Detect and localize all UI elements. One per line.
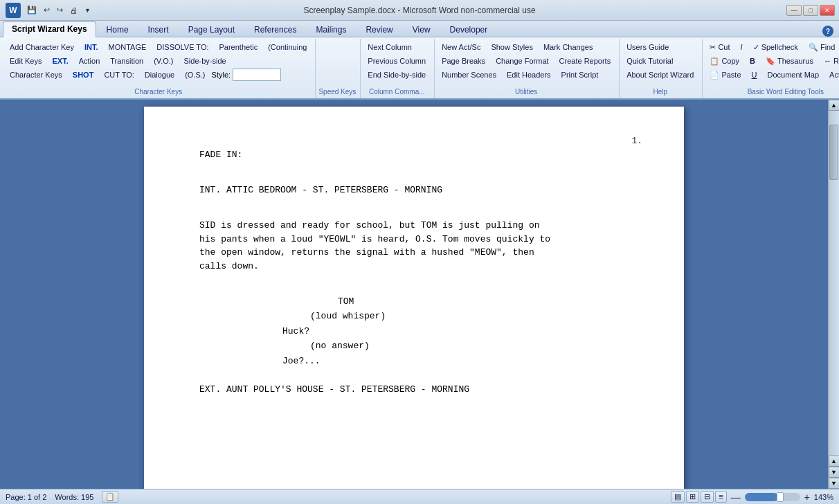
new-act-sc-button[interactable]: New Act/Sc xyxy=(437,42,485,53)
minimize-button[interactable]: — xyxy=(786,5,802,16)
copy-button[interactable]: 📋 Copy xyxy=(705,55,743,67)
scroll-bottom-buttons: ▲ ▼ ▼ xyxy=(829,456,840,489)
about-script-wizard-button[interactable]: About Script Wizard xyxy=(622,69,698,80)
print-script-button[interactable]: Print Script xyxy=(557,69,603,80)
end-side-by-side-button[interactable]: End Side-by-side xyxy=(363,69,430,80)
quick-tutorial-button[interactable]: Quick Tutorial xyxy=(622,55,677,66)
action-paragraph-1: SID is dressed and ready for school, but… xyxy=(199,219,559,273)
main-area: 1. FADE IN: INT. ATTIC BEDROOM - ST. PET… xyxy=(0,100,839,489)
action-ribbon-button[interactable]: Action xyxy=(825,69,839,80)
tab-view[interactable]: View xyxy=(404,22,440,37)
paste-button[interactable]: 📄 Paste xyxy=(705,69,745,81)
outline-button[interactable]: ≡ xyxy=(715,491,726,503)
dialogue-2: Joe?... xyxy=(282,354,476,368)
page-breaks-button[interactable]: Page Breaks xyxy=(437,55,489,66)
window-controls: — □ ✕ xyxy=(786,5,835,16)
scroll-page-up-button[interactable]: ▲ xyxy=(829,456,840,467)
close-button[interactable]: ✕ xyxy=(820,5,835,16)
montage-button[interactable]: MONTAGE xyxy=(105,42,151,53)
web-layout-button[interactable]: ⊟ xyxy=(701,491,714,503)
ext-button[interactable]: EXT. xyxy=(48,55,72,66)
cut-to-button[interactable]: CUT TO: xyxy=(100,69,138,80)
document-area[interactable]: 1. FADE IN: INT. ATTIC BEDROOM - ST. PET… xyxy=(0,100,828,489)
users-guide-button[interactable]: Users Guide xyxy=(622,42,673,53)
tab-home[interactable]: Home xyxy=(98,22,138,37)
ribbon-row-1: Add Character Key INT. MONTAGE DISSOLVE … xyxy=(6,40,311,54)
create-reports-button[interactable]: Create Reports xyxy=(555,55,615,66)
help-button[interactable]: ? xyxy=(822,26,833,37)
zoom-thumb[interactable] xyxy=(777,492,784,502)
os-button[interactable]: (O.S.) xyxy=(181,69,209,80)
bold-button[interactable]: B xyxy=(746,55,759,66)
cut-button[interactable]: ✂ Cut xyxy=(705,42,734,53)
edit-keys-button[interactable]: Edit Keys xyxy=(6,55,46,66)
tab-page-layout[interactable]: Page Layout xyxy=(179,22,244,37)
status-icon-button[interactable]: 📋 xyxy=(102,491,118,503)
number-scenes-button[interactable]: Number Scenes xyxy=(437,69,500,80)
tab-script-wizard-keys[interactable]: Script Wizard Keys xyxy=(3,21,96,37)
dialogue-button[interactable]: Dialogue xyxy=(141,69,179,80)
parenthetic-button[interactable]: Parenthetic xyxy=(215,42,262,53)
transition-button[interactable]: Transition xyxy=(106,55,147,66)
spellcheck-button[interactable]: I xyxy=(737,42,747,53)
basic-word-group-label: Basic Word Editing Tools xyxy=(705,87,839,97)
document-map-button[interactable]: Document Map xyxy=(764,69,824,80)
character-keys-button[interactable]: Character Keys xyxy=(6,69,66,80)
help-row-3: About Script Wizard xyxy=(622,68,698,82)
title-bar: W 💾 ↩ ↪ 🖨 ▼ Screenplay Sample.docx - Mic… xyxy=(0,0,839,21)
next-column-button[interactable]: Next Column xyxy=(363,42,416,53)
scrollbar-thumb[interactable] xyxy=(829,125,838,180)
parenthetical-1: (loud whisper) xyxy=(310,309,629,323)
zoom-slider[interactable] xyxy=(745,493,800,501)
character-keys-group-label: Character Keys xyxy=(6,87,311,97)
underline-button[interactable]: U xyxy=(748,69,761,80)
replace-button[interactable]: ↔ Replace xyxy=(820,55,839,66)
int-button[interactable]: INT. xyxy=(80,42,102,53)
restore-button[interactable]: □ xyxy=(803,5,818,16)
edit-headers-button[interactable]: Edit Headers xyxy=(503,69,555,80)
full-screen-button[interactable]: ⊞ xyxy=(686,491,699,503)
save-icon[interactable]: 💾 xyxy=(25,4,39,16)
undo-icon[interactable]: ↩ xyxy=(42,4,52,16)
zoom-plus-icon[interactable]: + xyxy=(804,492,810,503)
utilities-row-1: New Act/Sc Show Styles Mark Changes xyxy=(437,40,597,54)
find-button[interactable]: 🔍 Find xyxy=(804,42,839,53)
page-info: Page: 1 of 2 xyxy=(6,493,46,501)
show-styles-button[interactable]: Show Styles xyxy=(487,42,537,53)
ribbon-row-3: Character Keys SHOT CUT TO: Dialogue (O.… xyxy=(6,68,281,82)
tab-review[interactable]: Review xyxy=(357,22,402,37)
add-character-key-button[interactable]: Add Character Key xyxy=(6,42,78,53)
basic-word-row-3: 📄 Paste U Document Map Action xyxy=(705,68,839,82)
vertical-scrollbar[interactable]: ▲ ▲ ▼ ▼ xyxy=(828,100,839,489)
scroll-page-down-button[interactable]: ▼ xyxy=(829,467,840,478)
spellcheck-label-button[interactable]: ✓ Spellcheck xyxy=(749,42,802,53)
print-layout-button[interactable]: ▤ xyxy=(671,491,685,503)
ribbon-tabs: Script Wizard Keys Home Insert Page Layo… xyxy=(0,21,839,37)
ribbon-group-basic-word: ✂ Cut I ✓ Spellcheck 🔍 Find 📋 Copy B 🔖 T… xyxy=(703,39,839,98)
print-icon[interactable]: 🖨 xyxy=(68,5,80,16)
scroll-down-button[interactable]: ▼ xyxy=(829,478,840,489)
change-format-button[interactable]: Change Format xyxy=(491,55,552,66)
dissolve-to-button[interactable]: DISSOLVE TO: xyxy=(152,42,213,53)
tab-mailings[interactable]: Mailings xyxy=(307,22,355,37)
mark-changes-button[interactable]: Mark Changes xyxy=(539,42,597,53)
scrollbar-track[interactable] xyxy=(829,111,839,456)
tab-developer[interactable]: Developer xyxy=(441,22,497,37)
vo-button[interactable]: (V.O.) xyxy=(150,55,177,66)
previous-column-button[interactable]: Previous Column xyxy=(363,55,430,66)
scroll-up-button[interactable]: ▲ xyxy=(829,100,840,111)
redo-icon[interactable]: ↪ xyxy=(55,4,65,16)
side-by-side-button[interactable]: Side-by-side xyxy=(180,55,231,66)
zoom-minus-icon[interactable]: — xyxy=(731,492,741,503)
shot-button[interactable]: SHOT xyxy=(69,69,98,80)
screenplay-content: FADE IN: INT. ATTIC BEDROOM - ST. PETERS… xyxy=(199,148,629,396)
style-label: Style: xyxy=(212,71,231,79)
thesaurus-button[interactable]: 🔖 Thesaurus xyxy=(761,55,818,67)
tab-insert[interactable]: Insert xyxy=(139,22,178,37)
dropdown-arrow-icon[interactable]: ▼ xyxy=(82,6,93,15)
tab-references[interactable]: References xyxy=(245,22,305,37)
action-button[interactable]: Action xyxy=(75,55,105,66)
style-input[interactable] xyxy=(233,69,281,81)
view-buttons: ▤ ⊞ ⊟ ≡ xyxy=(671,491,726,503)
continuing-button[interactable]: (Continuing xyxy=(264,42,311,53)
